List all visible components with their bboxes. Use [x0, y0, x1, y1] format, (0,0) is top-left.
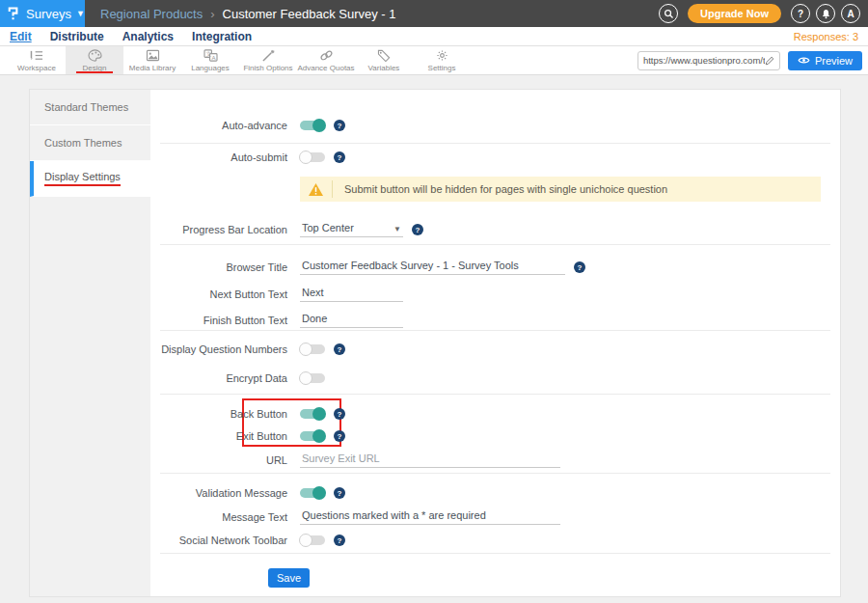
breadcrumb-separator: ›	[210, 7, 214, 21]
svg-text:A: A	[211, 54, 215, 60]
tab-settings[interactable]: Settings	[413, 46, 471, 74]
edit-toolbar: Workspace Design Media Library 文	[0, 46, 868, 75]
tab-languages[interactable]: 文 A Languages	[181, 46, 239, 74]
next-button-text-label: Next Button Text	[30, 288, 287, 300]
nav-tab-edit[interactable]: Edit	[10, 30, 32, 43]
design-palette-icon	[88, 49, 102, 62]
auto-submit-toggle[interactable]	[300, 152, 325, 162]
back-button-toggle[interactable]	[300, 409, 325, 419]
survey-url-input[interactable]	[643, 55, 765, 66]
browser-title-label: Browser Title	[30, 261, 287, 273]
divider	[160, 394, 830, 395]
finish-button-text-input[interactable]: Done	[300, 313, 403, 328]
browser-title-help-icon[interactable]: ?	[574, 261, 585, 273]
exit-button-row: Exit Button ?	[30, 425, 345, 447]
product-name: Surveys	[26, 7, 71, 21]
responses-count[interactable]: Responses: 3	[794, 31, 858, 42]
encrypt-data-row: Encrypt Data	[30, 368, 325, 389]
exit-url-input[interactable]: Survey Exit URL	[300, 452, 560, 468]
tab-variables[interactable]: Variables	[355, 46, 413, 74]
auto-submit-row: Auto-submit ?	[30, 147, 345, 168]
finish-button-text-row: Finish Button Text Done	[30, 310, 403, 331]
divider	[160, 553, 830, 554]
nav-tab-integration[interactable]: Integration	[192, 30, 252, 43]
validation-message-help-icon[interactable]: ?	[334, 487, 345, 499]
help-button[interactable]: ?	[791, 4, 810, 23]
message-text-row: Message Text Questions marked with a * a…	[30, 507, 560, 528]
app-window: Surveys ▼ Regional Products › Customer F…	[0, 0, 868, 603]
save-button[interactable]: Save	[268, 568, 310, 588]
breadcrumb-folder[interactable]: Regional Products	[100, 7, 203, 21]
tab-advance-quotas[interactable]: Advance Quotas	[297, 46, 355, 74]
progress-bar-location-label: Progress Bar Location	[30, 224, 287, 235]
exit-url-row: URL Survey Exit URL	[30, 450, 560, 471]
chevron-down-icon: ▼	[76, 9, 85, 18]
tab-design[interactable]: Design	[66, 46, 123, 74]
auto-advance-toggle[interactable]	[300, 121, 325, 130]
media-library-icon	[146, 49, 160, 62]
display-question-numbers-toggle[interactable]	[300, 344, 325, 354]
exit-button-toggle[interactable]	[300, 431, 325, 441]
divider	[160, 330, 830, 331]
exit-button-label: Exit Button	[30, 430, 287, 442]
progress-bar-location-row: Progress Bar Location Top Center ▼ ?	[30, 219, 423, 240]
search-icon	[664, 9, 674, 19]
auto-submit-help-icon[interactable]: ?	[334, 151, 345, 163]
edit-pencil-icon[interactable]	[765, 56, 774, 66]
nav-tab-analytics[interactable]: Analytics	[122, 30, 174, 43]
tag-icon	[377, 49, 392, 62]
display-question-numbers-row: Display Question Numbers ?	[30, 339, 345, 360]
social-network-toolbar-toggle[interactable]	[300, 535, 325, 545]
social-network-toolbar-help-icon[interactable]: ?	[334, 534, 345, 546]
workspace-icon	[30, 49, 44, 62]
exit-url-label: URL	[30, 454, 287, 466]
breadcrumb-survey-name: Customer Feedback Survey - 1	[223, 7, 396, 21]
top-header: Surveys ▼ Regional Products › Customer F…	[0, 0, 868, 27]
validation-message-toggle[interactable]	[300, 488, 325, 498]
back-button-label: Back Button	[30, 408, 287, 420]
design-settings-panel: Standard Themes Custom Themes Display Se…	[29, 89, 841, 597]
validation-message-label: Validation Message	[30, 487, 287, 499]
survey-url-box	[637, 51, 780, 70]
eye-icon	[798, 56, 810, 65]
tab-finish-options[interactable]: Advance Quotas Finish Options	[239, 46, 297, 74]
notifications-button[interactable]	[816, 4, 835, 23]
validation-message-row: Validation Message ?	[30, 482, 345, 504]
warning-text: Submit button will be hidden for pages w…	[344, 183, 667, 195]
search-button[interactable]	[659, 4, 678, 23]
next-button-text-row: Next Button Text Next	[30, 284, 403, 305]
auto-advance-row: Auto-advance ?	[30, 115, 345, 136]
chain-links-icon	[319, 49, 334, 62]
progress-bar-location-select[interactable]: Top Center ▼	[300, 222, 403, 237]
message-text-input[interactable]: Questions marked with a * are required	[300, 509, 560, 525]
languages-icon: 文 A	[203, 49, 218, 62]
magic-wand-icon	[261, 49, 276, 62]
progress-bar-help-icon[interactable]: ?	[412, 224, 423, 235]
social-network-toolbar-row: Social Network Toolbar ?	[30, 530, 345, 551]
divider	[160, 473, 830, 474]
auto-advance-label: Auto-advance	[30, 120, 287, 131]
preview-button[interactable]: Preview	[788, 51, 862, 70]
encrypt-data-toggle[interactable]	[300, 373, 325, 383]
questionpro-logo-icon	[8, 5, 18, 22]
social-network-toolbar-label: Social Network Toolbar	[30, 534, 287, 546]
encrypt-data-label: Encrypt Data	[30, 372, 287, 384]
main-nav: Edit Distribute Analytics Integration Re…	[0, 27, 868, 46]
auto-submit-label: Auto-submit	[30, 151, 287, 163]
next-button-text-input[interactable]: Next	[300, 287, 403, 302]
browser-title-input[interactable]: Customer Feedback Survey - 1 - Survey To…	[300, 260, 565, 275]
upgrade-now-button[interactable]: Upgrade Now	[688, 4, 781, 23]
tab-media-library[interactable]: Media Library	[123, 46, 181, 74]
gear-icon	[435, 49, 449, 62]
tab-workspace[interactable]: Workspace	[8, 46, 66, 74]
chevron-down-icon: ▼	[393, 225, 401, 233]
exit-button-help-icon[interactable]: ?	[334, 430, 345, 442]
auto-advance-help-icon[interactable]: ?	[334, 120, 345, 131]
breadcrumb: Regional Products › Customer Feedback Su…	[100, 7, 395, 21]
display-question-numbers-label: Display Question Numbers	[30, 343, 287, 355]
back-button-help-icon[interactable]: ?	[334, 408, 345, 420]
display-question-numbers-help-icon[interactable]: ?	[334, 343, 345, 355]
product-switcher[interactable]: Surveys ▼	[0, 0, 85, 27]
account-avatar[interactable]: A	[841, 4, 860, 23]
nav-tab-distribute[interactable]: Distribute	[50, 30, 104, 43]
